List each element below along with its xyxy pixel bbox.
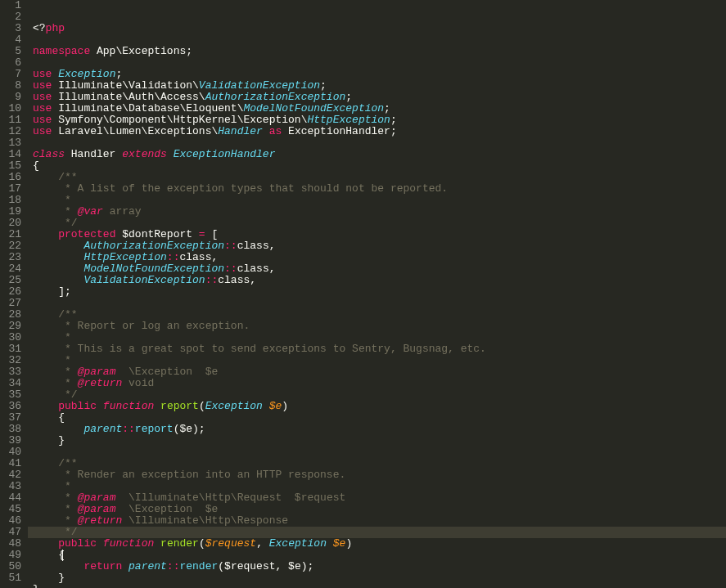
code-line: HttpException::class, <box>33 252 726 263</box>
token-cls: Handler <box>218 125 263 137</box>
token-com: \Illuminate\Http\Request $request <box>115 491 345 504</box>
code-area[interactable]: <?phpnamespace App\Exceptions;use Except… <box>28 0 726 588</box>
token-plain: { <box>33 549 65 561</box>
line-number: 49 <box>3 550 21 561</box>
token-plain: ($request, $e); <box>218 560 313 572</box>
token-plain <box>167 148 174 160</box>
code-line: public function render($request, Excepti… <box>33 538 726 550</box>
code-line: * Render an exception into an HTTP respo… <box>33 469 726 481</box>
code-line: /** <box>33 309 726 321</box>
token-op: :: <box>167 251 180 263</box>
token-plain: Symfony\Component\HttpKernel\Exception\ <box>52 114 307 126</box>
token-com: * Render an exception into an HTTP respo… <box>58 469 345 481</box>
token-plain <box>33 194 58 206</box>
token-plain <box>263 125 269 137</box>
line-number: 35 <box>3 389 21 401</box>
code-line: <?php <box>33 23 726 34</box>
token-plain <box>33 537 58 550</box>
token-plain: ; <box>115 68 122 80</box>
token-plain <box>33 377 58 389</box>
token-tag: @var <box>78 205 103 218</box>
token-tag: @return <box>78 377 123 389</box>
token-op: :: <box>224 263 237 275</box>
code-editor[interactable]: 1234567891011121314151617181920212223242… <box>0 0 726 588</box>
token-var: $request <box>205 537 256 550</box>
line-number: 37 <box>3 412 21 424</box>
token-plain: { <box>33 159 39 172</box>
line-number: 24 <box>3 263 21 275</box>
token-plain <box>33 308 58 321</box>
token-op: :: <box>167 560 180 572</box>
token-op: :: <box>205 274 219 286</box>
line-number: 11 <box>3 114 21 126</box>
token-plain <box>33 320 58 332</box>
token-plain: Illuminate\Database\Eloquent\ <box>52 102 243 114</box>
token-plain <box>33 400 58 412</box>
token-kw: use <box>33 102 52 114</box>
code-line: /** <box>33 172 726 183</box>
line-number: 7 <box>3 69 21 80</box>
token-com: void <box>122 377 154 389</box>
line-number: 39 <box>3 435 21 447</box>
code-line: * @return \Illuminate\Http\Response <box>33 515 726 527</box>
token-cls: parent <box>129 560 167 572</box>
token-plain: class, <box>237 263 276 275</box>
token-com: * This is a great spot to send exception… <box>58 343 486 355</box>
token-plain <box>33 331 58 343</box>
code-line: * @param \Exception $e <box>33 504 726 515</box>
token-com: * Report or log an exception. <box>58 320 250 332</box>
line-number: 8 <box>3 80 21 92</box>
code-line <box>33 298 726 309</box>
line-number: 1 <box>3 0 21 11</box>
token-cls: Exception <box>269 537 327 550</box>
token-cls: AuthorizationException <box>205 91 346 103</box>
token-com: * <box>58 366 77 378</box>
token-com: */ <box>58 526 77 538</box>
token-plain <box>33 263 83 275</box>
token-com: * <box>58 503 77 515</box>
token-cls: Exception <box>205 400 263 412</box>
token-kw-it: function <box>103 537 154 550</box>
token-plain <box>33 560 83 572</box>
token-fn: render <box>160 537 199 550</box>
token-tag: @param <box>78 366 116 378</box>
token-kw: use <box>33 79 52 92</box>
code-line: class Handler extends ExceptionHandler <box>33 149 726 160</box>
code-line: use Exception; <box>33 69 726 80</box>
line-number: 10 <box>3 103 21 114</box>
token-plain: ) <box>345 537 352 550</box>
token-plain <box>97 537 103 550</box>
token-plain <box>33 503 58 515</box>
token-kw: public <box>58 537 97 550</box>
line-number: 31 <box>3 343 21 355</box>
token-plain <box>33 343 58 355</box>
code-line: * Report or log an exception. <box>33 321 726 332</box>
code-line: ModelNotFoundException::class, <box>33 263 726 275</box>
line-number: 43 <box>3 481 21 492</box>
code-line: ValidationException::class, <box>33 275 726 286</box>
token-cls: parent <box>83 423 122 435</box>
token-kw-it: function <box>103 400 154 412</box>
line-number: 33 <box>3 366 21 378</box>
line-number: 25 <box>3 275 21 286</box>
token-plain: App\Exceptions; <box>90 45 192 57</box>
line-number: 21 <box>3 229 21 240</box>
code-line: * @var array <box>33 206 726 218</box>
code-line: } <box>33 584 726 588</box>
line-number: 50 <box>3 561 21 572</box>
code-line: * This is a great spot to send exception… <box>33 343 726 355</box>
token-plain: class, <box>218 274 256 286</box>
token-com: * <box>58 354 71 366</box>
token-plain <box>33 240 83 252</box>
token-kw: namespace <box>33 45 90 57</box>
line-number: 5 <box>3 46 21 57</box>
token-cls: HttpException <box>83 251 166 263</box>
token-com: \Exception $e <box>115 503 218 515</box>
code-line: */ <box>33 389 726 401</box>
line-number: 22 <box>3 240 21 252</box>
code-line: { <box>33 160 726 172</box>
line-number: 9 <box>3 92 21 103</box>
token-com: array <box>103 205 142 218</box>
token-plain <box>33 217 58 229</box>
token-com: * <box>58 480 71 492</box>
